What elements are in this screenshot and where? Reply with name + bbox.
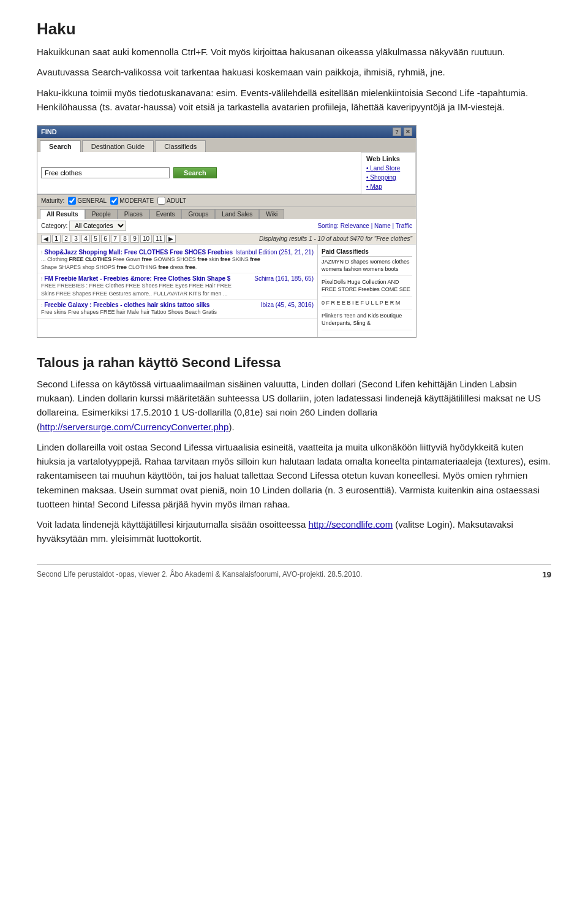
web-link-shopping[interactable]: Shopping	[366, 173, 410, 182]
classified-title-4[interactable]: Plinker's Teen and Kids Boutique Underpa…	[322, 313, 412, 327]
secondlife-link[interactable]: http://secondlife.com	[309, 519, 393, 530]
sorting-label: Sorting:	[317, 222, 338, 229]
page-1[interactable]: 1	[52, 235, 61, 243]
result-item-3: : Freebie Galaxy : Freebies - clothes ha…	[37, 300, 317, 319]
page-4[interactable]: 4	[81, 235, 90, 243]
sl-search-section: Search Web Links Land Store Shopping Map	[37, 152, 416, 195]
page-3[interactable]: 3	[72, 235, 80, 243]
maturity-label: Maturity:	[41, 197, 64, 204]
paragraph-3: Haku-ikkuna toimii myös tiedotuskanavana…	[37, 86, 551, 115]
page-footer: Second Life perustaidot -opas, viewer 2.…	[37, 564, 551, 579]
result-icon-3: :	[41, 302, 43, 308]
result-desc-2: FREE FREEBIES : FREE Clothes FREE Shoes …	[41, 282, 314, 297]
sl-close-btn[interactable]: ✕	[404, 127, 412, 136]
category-dropdown[interactable]: All Categories	[69, 221, 126, 231]
result-tab-all[interactable]: All Results	[40, 209, 85, 219]
page-next-btn[interactable]: ▶	[166, 235, 176, 243]
sl-titlebar-title: FIND	[41, 128, 57, 135]
maturity-general[interactable]: GENERAL	[68, 197, 107, 205]
tab-classifieds[interactable]: Classifieds	[155, 140, 206, 152]
web-link-map[interactable]: Map	[366, 182, 410, 191]
section2-title: Talous ja rahan käyttö Second Lifessa	[37, 355, 551, 371]
result-icon-1: !	[41, 249, 43, 256]
sl-question-btn[interactable]: ?	[393, 127, 401, 136]
result-tab-land-sales[interactable]: Land Sales	[215, 209, 259, 219]
results-count: Displaying results 1 - 10 of about 9470 …	[177, 235, 412, 242]
currency-converter-link[interactable]: http://serversurge.com/CurrencyConverter…	[40, 422, 228, 432]
sl-maturity-bar: Maturity: GENERAL MODERATE ADULT	[37, 195, 416, 207]
sl-category-sorting-bar: Category: All Categories Sorting: Releva…	[37, 219, 416, 234]
page-5[interactable]: 5	[91, 235, 100, 243]
classified-item-4: Plinker's Teen and Kids Boutique Underpa…	[322, 313, 412, 330]
sl-titlebar: FIND ? ✕	[37, 126, 416, 138]
result-desc-1: ... Clothing FREE CLOTHES Free Gown free…	[41, 256, 314, 271]
classified-item-2: PixelDolls Huge Collection AND FREE STOR…	[322, 279, 412, 296]
page-9[interactable]: 9	[130, 235, 139, 243]
result-title-2[interactable]: FM Freebie Market - Freebies &more: Free…	[44, 275, 230, 282]
maturity-adult[interactable]: ADULT	[157, 197, 186, 205]
web-link-land-store[interactable]: Land Store	[366, 164, 410, 173]
section2-p2: Linden dollareilla voit ostaa Second Lif…	[37, 440, 551, 511]
category-label: Category:	[41, 222, 67, 229]
page-number: 19	[543, 570, 551, 579]
footer-text: Second Life perustaidot -opas, viewer 2.…	[37, 570, 362, 579]
web-links-title: Web Links	[366, 155, 410, 162]
search-input[interactable]	[41, 167, 170, 178]
sort-name[interactable]: Name	[374, 222, 391, 229]
sort-traffic[interactable]: Traffic	[396, 222, 412, 229]
page-prev-btn[interactable]: ◀	[41, 235, 51, 243]
result-item-1: ! Shop&Jazz Shopping Mall: Free CLOTHES …	[37, 247, 317, 273]
section2-p1: Second Lifessa on käytössä virtuaalimaai…	[37, 377, 551, 434]
sl-results-right: Paid Classifieds JAZMYN D shapes womens …	[318, 245, 416, 337]
web-links-panel: Web Links Land Store Shopping Map	[361, 152, 416, 194]
category-section: Category: All Categories	[41, 221, 126, 231]
result-coords-1: Istanbul Edition (251, 21, 21)	[235, 249, 314, 256]
sl-pagination: ◀ 1 2 3 4 5 6 7 8 9 10 11 ▶ Displaying r…	[37, 234, 416, 245]
page-6[interactable]: 6	[101, 235, 110, 243]
result-title-3[interactable]: Freebie Galaxy : Freebies - clothes hair…	[44, 302, 209, 308]
tab-destination-guide[interactable]: Destination Guide	[82, 140, 154, 152]
result-item-2: ! FM Freebie Market - Freebies &more: Fr…	[37, 273, 317, 300]
result-tab-places[interactable]: Places	[118, 209, 149, 219]
page-10[interactable]: 10	[140, 235, 152, 243]
result-tab-wiki[interactable]: Wiki	[259, 209, 284, 219]
result-title-1[interactable]: Shop&Jazz Shopping Mall: Free CLOTHES Fr…	[44, 249, 233, 256]
result-tab-groups[interactable]: Groups	[181, 209, 215, 219]
classified-item-3: 0 F R E E B I E F U L L P E R M	[322, 300, 412, 310]
page-title: Haku	[37, 20, 551, 39]
paid-classifieds-title: Paid Classifieds	[322, 248, 412, 257]
classified-title-2[interactable]: PixelDolls Huge Collection AND FREE STOR…	[322, 279, 412, 293]
result-desc-3: Free skins Free shapes FREE hair Male ha…	[41, 308, 314, 316]
page-8[interactable]: 8	[121, 235, 129, 243]
sl-search-screenshot: FIND ? ✕ Search Destination Guide Classi…	[37, 125, 417, 338]
classified-item-1: JAZMYN D shapes womens clothes womens fa…	[322, 259, 412, 276]
page-11[interactable]: 11	[153, 235, 165, 243]
sl-paid-classifieds: Paid Classifieds JAZMYN D shapes womens …	[318, 247, 416, 335]
classified-title-3[interactable]: 0 F R E E B I E F U L L P E R M	[322, 300, 412, 307]
maturity-moderate[interactable]: MODERATE	[110, 197, 154, 205]
sl-result-tabs: All Results People Places Events Groups …	[37, 207, 416, 219]
classified-title-1[interactable]: JAZMYN D shapes womens clothes womens fa…	[322, 259, 412, 273]
section2-p3: Voit ladata lindenejä käyttäjätillesi ki…	[37, 517, 551, 546]
search-button[interactable]: Search	[173, 167, 217, 178]
result-tab-events[interactable]: Events	[149, 209, 182, 219]
sl-results-left: ! Shop&Jazz Shopping Mall: Free CLOTHES …	[37, 245, 318, 337]
page-7[interactable]: 7	[111, 235, 119, 243]
paragraph-1: Hakuikkunan saat auki komennolla Ctrl+F.…	[37, 45, 551, 59]
sort-relevance[interactable]: Relevance	[341, 222, 369, 229]
sl-main-content: ! Shop&Jazz Shopping Mall: Free CLOTHES …	[37, 245, 416, 337]
result-coords-2: Schirra (161, 185, 65)	[254, 275, 314, 282]
sorting-section: Sorting: Relevance | Name | Traffic	[317, 222, 412, 229]
result-icon-2: !	[41, 276, 43, 282]
sl-titlebar-buttons: ? ✕	[393, 127, 412, 136]
sl-top-tabs: Search Destination Guide Classifieds	[37, 138, 416, 152]
result-coords-3: Ibiza (45, 45, 3016)	[261, 302, 314, 308]
page-2[interactable]: 2	[62, 235, 70, 243]
paragraph-2: Avautuvassa Search-valikossa voit tarken…	[37, 65, 551, 79]
result-tab-people[interactable]: People	[85, 209, 118, 219]
sl-search-bar-inner: Search	[37, 152, 361, 194]
tab-search[interactable]: Search	[40, 140, 81, 152]
